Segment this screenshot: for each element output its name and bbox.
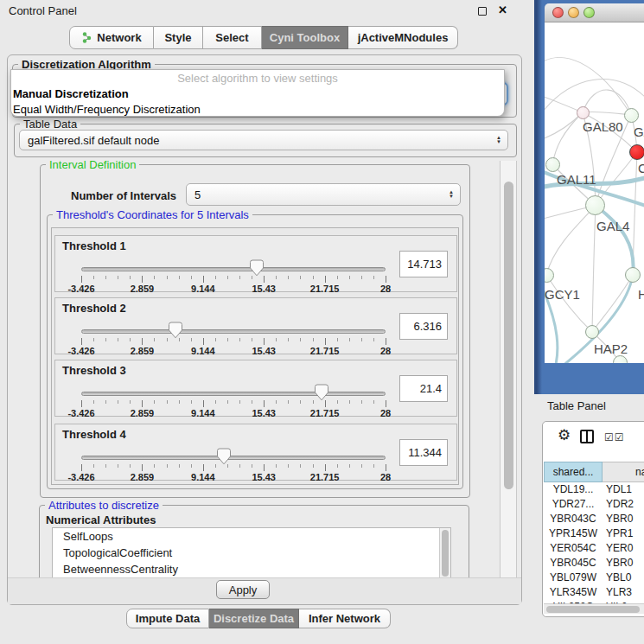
tab-cyni-toolbox[interactable]: Cyni Toolbox <box>262 26 348 49</box>
tick-label: 15.43 <box>252 346 276 356</box>
settings-scroll-area: Interval Definition Number of Intervals … <box>12 161 500 581</box>
dropdown-option-manual-discretization[interactable]: Manual Discretization <box>11 86 504 102</box>
group-label: Interval Definition <box>46 161 139 171</box>
threshold-value-field[interactable]: 6.316 <box>399 313 448 340</box>
network-node[interactable] <box>625 267 641 283</box>
list-item[interactable]: TopologicalCoefficient <box>53 545 450 561</box>
slider-ticks <box>81 338 386 345</box>
slider-tick-labels: -3.426 2.859 9.144 15.43 21.715 28 <box>81 408 386 418</box>
table-horizontal-scrollbar[interactable] <box>544 603 644 614</box>
close-icon[interactable]: ✕ <box>498 3 507 16</box>
network-node[interactable] <box>545 157 560 172</box>
network-canvas[interactable]: GAL80 GA C GAL11 GAL4 GCY1 H HAP2 <box>545 22 644 363</box>
tab-style[interactable]: Style <box>154 26 203 49</box>
list-scrollbar[interactable] <box>439 528 450 581</box>
threshold-panel: Threshold 2 -3.426 2.859 9.144 15.43 21.… <box>54 297 457 354</box>
cell[interactable]: YLR345W <box>544 586 603 598</box>
cell[interactable]: YBR0 <box>606 513 633 525</box>
slider-handle[interactable] <box>315 384 328 401</box>
tick-label: -3.426 <box>67 408 94 418</box>
column-header-shared-name[interactable]: shared... <box>544 462 603 482</box>
threshold-value-field[interactable]: 11.344 <box>399 439 448 466</box>
threshold-label: Threshold 3 <box>62 364 126 377</box>
split-columns-icon[interactable] <box>580 430 594 443</box>
network-window-titlebar[interactable] <box>545 3 644 22</box>
number-of-intervals-combobox[interactable]: 5 ▲ ▼ <box>186 183 461 206</box>
threshold-slider[interactable] <box>81 329 386 334</box>
cell[interactable]: YDR27... <box>544 498 603 510</box>
table-row[interactable]: YLR345WYLR3 <box>544 586 644 601</box>
cell[interactable]: YDL1 <box>606 483 632 495</box>
cell[interactable]: YER0 <box>606 542 633 554</box>
network-node[interactable] <box>577 106 590 119</box>
table-row[interactable]: YDL19...YDL1 <box>544 483 644 498</box>
table-row[interactable]: YBR043CYBR0 <box>544 513 644 527</box>
table-panel-title: Table Panel <box>547 399 606 412</box>
numerical-attributes-list: SelfLoops TopologicalCoefficient Between… <box>52 527 451 581</box>
cell[interactable]: YPR145W <box>544 527 603 539</box>
tab-select[interactable]: Select <box>203 26 262 49</box>
slider-handle[interactable] <box>217 448 231 465</box>
zoom-traffic-light-icon[interactable] <box>583 7 595 18</box>
cell[interactable]: YPR1 <box>606 527 633 539</box>
threshold-value-field[interactable]: 14.713 <box>399 251 448 277</box>
group-label: Attributes to discretize <box>45 499 163 512</box>
list-item[interactable]: BetweennessCentrality <box>53 561 450 577</box>
table-row[interactable]: YER054CYER0 <box>544 542 644 557</box>
tab-impute-data[interactable]: Impute Data <box>126 609 209 628</box>
tick-label: -3.426 <box>67 472 94 482</box>
cell[interactable]: YDL19... <box>544 483 603 495</box>
slider-handle[interactable] <box>169 322 182 339</box>
slider-handle[interactable] <box>250 259 264 277</box>
minimize-traffic-light-icon[interactable] <box>568 7 579 18</box>
threshold-slider[interactable] <box>81 392 386 396</box>
threshold-slider[interactable] <box>81 267 386 271</box>
gear-icon[interactable]: ⚙ <box>558 426 571 444</box>
network-node[interactable] <box>629 144 644 160</box>
combobox-stepper[interactable]: ▲ ▼ <box>496 136 501 144</box>
table-data-combobox[interactable]: galFiltered.sif default node ▲ ▼ <box>19 130 508 150</box>
threshold-label: Threshold 4 <box>62 428 126 441</box>
cell[interactable]: YBR045C <box>544 557 603 569</box>
cell[interactable]: YBR0 <box>606 557 633 569</box>
network-node[interactable] <box>624 108 639 123</box>
threshold-slider[interactable] <box>81 456 386 460</box>
slider-tick-labels: -3.426 2.859 9.144 15.43 21.715 28 <box>81 284 386 294</box>
list-item[interactable]: SelfLoops <box>53 528 450 545</box>
tab-infer-network[interactable]: Infer Network <box>299 609 391 628</box>
cell[interactable]: YLR3 <box>606 586 632 598</box>
tab-jactivemnodules[interactable]: jActiveMNodules <box>348 26 458 49</box>
table-row[interactable]: YDR27...YDR2 <box>544 498 644 513</box>
dropdown-option-equal-width[interactable]: Equal Width/Frequency Discretization <box>11 102 504 118</box>
tick-label: 21.715 <box>310 346 340 356</box>
cell[interactable]: YER054C <box>544 542 603 554</box>
cell[interactable]: YBL0 <box>606 571 631 583</box>
cyni-bottom-tabs: Impute Data Discretize Data Infer Networ… <box>126 609 391 628</box>
combobox-stepper[interactable]: ▲ ▼ <box>449 190 454 199</box>
close-traffic-light-icon[interactable] <box>552 7 564 18</box>
table-row[interactable]: YBR045CYBR0 <box>544 557 644 571</box>
tick-label: 15.43 <box>252 284 276 294</box>
tick-label: 28 <box>380 408 391 418</box>
tick-label: 28 <box>380 472 391 482</box>
float-panel-icon[interactable] <box>478 7 487 16</box>
column-header-name[interactable]: na <box>603 462 644 482</box>
combobox-value: 5 <box>194 188 201 201</box>
cell[interactable]: YBR043C <box>544 513 603 525</box>
cell[interactable]: YDR2 <box>606 498 634 510</box>
network-node[interactable] <box>585 195 605 215</box>
tab-discretize-data[interactable]: Discretize Data <box>209 609 299 628</box>
settings-scrollbar[interactable] <box>500 161 517 581</box>
tab-network[interactable]: Network <box>69 26 154 49</box>
node-label: GA <box>634 124 644 139</box>
network-icon <box>81 32 92 43</box>
apply-button[interactable]: Apply <box>216 580 270 599</box>
node-label: HAP2 <box>594 341 628 356</box>
network-node[interactable] <box>585 325 599 339</box>
tick-label: 28 <box>380 284 391 294</box>
table-row[interactable]: YBL079WYBL0 <box>544 571 644 586</box>
threshold-value-field[interactable]: 21.4 <box>399 375 448 402</box>
select-columns-icon[interactable]: ☑☑ <box>604 431 625 443</box>
cell[interactable]: YBL079W <box>544 571 603 583</box>
table-row[interactable]: YPR145WYPR1 <box>544 527 644 542</box>
